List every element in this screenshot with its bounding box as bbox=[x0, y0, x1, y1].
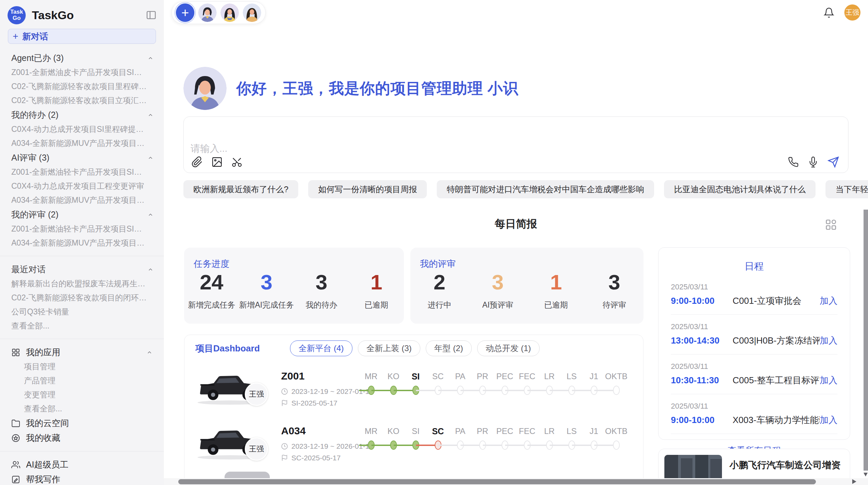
tab-powertrain-dev[interactable]: 动总开发 (1) bbox=[477, 340, 540, 356]
sidebar-item[interactable]: C0X4-动力总成开发项目SI里程碑提交物检查 bbox=[0, 122, 164, 136]
notification-bell-button[interactable] bbox=[821, 7, 836, 18]
horizontal-scrollbar[interactable] bbox=[164, 478, 868, 485]
my-apps-label: 我的应用 bbox=[26, 347, 60, 358]
sidebar-item-recent[interactable]: C02-飞腾新能源轻客改款项目的闭环通告反馈情况 bbox=[0, 291, 164, 305]
milestone-label: SC bbox=[427, 372, 449, 382]
horizontal-scroll-thumb[interactable] bbox=[178, 479, 816, 484]
section-label: 最近对话 bbox=[11, 264, 46, 275]
sidebar-subitem-project-mgmt[interactable]: 项目管理 bbox=[0, 360, 164, 374]
sidebar-section-my-todo[interactable]: 我的待办 (2) bbox=[0, 108, 164, 122]
agent-avatar[interactable] bbox=[243, 3, 261, 22]
attach-image-button[interactable] bbox=[211, 156, 223, 168]
sidebar-item[interactable]: C02-飞腾新能源轻客改款项目里程碑画布 bbox=[0, 79, 164, 94]
stat[interactable]: 24新增完成任务 bbox=[184, 270, 239, 310]
sidebar-section-my-review[interactable]: 我的评审 (2) bbox=[0, 207, 164, 222]
tab-all-new-platform[interactable]: 全新平台 (4) bbox=[290, 340, 352, 356]
stat[interactable]: 2进行中 bbox=[410, 270, 469, 310]
dashboard-header: 项目Dashboard 全新平台 (4) 全新上装 (3) 年型 (2) 动总开… bbox=[195, 340, 540, 356]
sidebar-item-ai-super-staff[interactable]: AI超级员工 bbox=[0, 457, 164, 472]
briefing-layout-button[interactable] bbox=[825, 219, 837, 231]
scroll-right-arrow[interactable] bbox=[852, 479, 856, 484]
sidebar-subitem-view-all[interactable]: 查看全部... bbox=[0, 402, 164, 416]
suggestion-chip[interactable]: 比亚迪全固态电池计划具体说了什么 bbox=[664, 180, 816, 198]
vertical-scrollbar[interactable] bbox=[864, 210, 868, 478]
milestone-label: FEC bbox=[516, 372, 538, 382]
sidebar-item-view-all[interactable]: 查看全部... bbox=[0, 319, 164, 333]
sidebar-item-help-write[interactable]: 帮我写作 bbox=[0, 472, 164, 485]
milestone-dot bbox=[613, 386, 620, 395]
project-row[interactable]: 王强 A034 2023-12-19 ~ 2026-01-19 SC-2025-… bbox=[184, 424, 643, 479]
sidebar-subitem-product-mgmt[interactable]: 产品管理 bbox=[0, 374, 164, 388]
tab-model-year[interactable]: 年型 (2) bbox=[426, 340, 472, 356]
stat-value: 2 bbox=[410, 270, 469, 294]
sidebar-item-cloud-space[interactable]: 我的云空间 bbox=[0, 416, 164, 431]
sidebar-item[interactable]: Z001-全新燃油轻卡产品开发项目SI节点属性5D文件评审 bbox=[0, 222, 164, 236]
sidebar-item[interactable]: C02-飞腾新能源轻客改款项目立项汇报方案 bbox=[0, 94, 164, 108]
schedule-item: 2025/03/11 10:30-11:30 C005-整车工程目标评审 加入 bbox=[671, 362, 837, 386]
sidebar-section-ai-review[interactable]: AI评审 (3) bbox=[0, 150, 164, 165]
clock-icon bbox=[281, 443, 288, 450]
suggestion-chip[interactable]: 特朗普可能对进口汽车增税会对中国车企造成哪些影响 bbox=[437, 180, 654, 198]
stat[interactable]: 1已逾期 bbox=[527, 270, 585, 310]
schedule-time: 13:00-14:30 bbox=[671, 335, 733, 346]
scroll-down-arrow[interactable] bbox=[864, 473, 868, 476]
sidebar-item[interactable]: Z001-全新燃油轻卡产品开发项目SI造型提交物评审 bbox=[0, 165, 164, 179]
stat[interactable]: 3AI预评审 bbox=[469, 270, 527, 310]
sidebar-item[interactable]: A034-全新新能源MUV产品开发项目造型可行性评审 bbox=[0, 236, 164, 250]
sidebar-section-recent-chats[interactable]: 最近对话 bbox=[0, 262, 164, 277]
tab-new-body[interactable]: 全新上装 (3) bbox=[358, 340, 420, 356]
milestone-label: MR bbox=[360, 426, 382, 436]
stat-label: 新增完成任务 bbox=[184, 300, 239, 310]
join-meeting-button[interactable]: 加入 bbox=[820, 335, 837, 347]
new-chat-label: 新对话 bbox=[22, 31, 48, 42]
card-title: 我的评审 bbox=[420, 258, 456, 270]
schedule-item: 2025/03/11 13:00-14:30 C003|H0B-方案冻结评审 加… bbox=[671, 322, 837, 347]
stat[interactable]: 1已逾期 bbox=[349, 270, 404, 310]
user-name: 王强 bbox=[846, 8, 859, 17]
attach-file-button[interactable] bbox=[191, 156, 203, 168]
sidebar-subitem-change-mgmt[interactable]: 变更管理 bbox=[0, 388, 164, 402]
sidebar-item[interactable]: A034-全新新能源MUV产品开发项目计划变更表编写 bbox=[0, 136, 164, 150]
send-button[interactable] bbox=[828, 156, 839, 168]
chat-input[interactable] bbox=[184, 117, 671, 180]
owner-name: 王强 bbox=[249, 444, 264, 454]
suggestion-chip[interactable]: 欧洲新规最近颁布了什么? bbox=[183, 180, 298, 198]
chevron-up-icon bbox=[147, 112, 154, 118]
user-avatar[interactable]: 王强 bbox=[844, 4, 860, 21]
vertical-scroll-thumb[interactable] bbox=[864, 210, 868, 471]
dashboard-title: 项目Dashboard bbox=[195, 343, 260, 355]
agent-avatar[interactable] bbox=[220, 3, 239, 22]
voice-call-button[interactable] bbox=[788, 157, 799, 167]
join-meeting-button[interactable]: 加入 bbox=[820, 414, 837, 426]
sidebar-item[interactable]: C0X4-动力总成开发项目工程变更评审 bbox=[0, 179, 164, 193]
suggestion-chip[interactable]: 如何写一份清晰的项目周报 bbox=[308, 180, 427, 198]
card-title: 任务进度 bbox=[194, 258, 229, 270]
grid-layout-icon bbox=[825, 219, 837, 231]
agent-avatar[interactable] bbox=[198, 3, 217, 22]
section-label: 我的待办 (2) bbox=[11, 109, 59, 121]
sidebar-collapse-button[interactable] bbox=[145, 10, 157, 21]
sidebar-item-recent[interactable]: 解释最新出台的欧盟报废车法规再生塑料比例被调至15%... bbox=[0, 277, 164, 291]
stat[interactable]: 3待评审 bbox=[585, 270, 643, 310]
milestone-label: PA bbox=[449, 372, 471, 382]
sidebar-item[interactable]: A034-全新新能源MUV产品开发项目法规符合性评审 bbox=[0, 193, 164, 207]
schedule-row: 9:00-10:00 X003-车辆动力学性能验... 加入 bbox=[671, 414, 837, 426]
suggestion-chip[interactable]: 当下年轻人对汽车外观有怎样的喜好趋势 bbox=[825, 180, 868, 198]
sidebar-item[interactable]: Z001-全新燃油皮卡产品开发项目SI节点Lesson Learn报告 bbox=[0, 65, 164, 79]
project-row[interactable]: 王强 Z001 2023-12-19 ~ 2027-01-19 SI-2025-… bbox=[184, 370, 643, 424]
stat-value: 24 bbox=[184, 270, 239, 294]
new-chat-button[interactable]: + 新对话 bbox=[8, 29, 156, 44]
stat[interactable]: 3我的待办 bbox=[294, 270, 349, 310]
stat[interactable]: 3新增AI完成任务 bbox=[239, 270, 294, 310]
microphone-button[interactable] bbox=[808, 157, 819, 167]
sidebar-item-favorites[interactable]: 我的收藏 bbox=[0, 431, 164, 445]
schedule-name: C005-整车工程目标评审 bbox=[733, 374, 820, 386]
screenshot-button[interactable] bbox=[231, 156, 243, 168]
assistant-greeting: 你好，王强，我是你的项目管理助理 小识 bbox=[183, 67, 518, 110]
join-meeting-button[interactable]: 加入 bbox=[820, 374, 837, 386]
sidebar-item-recent[interactable]: 公司Q3轻卡销量 bbox=[0, 305, 164, 319]
sidebar-section-agent-done[interactable]: Agent已办 (3) bbox=[0, 51, 164, 65]
join-meeting-button[interactable]: 加入 bbox=[820, 295, 837, 307]
sidebar-item-my-apps[interactable]: 我的应用 bbox=[0, 345, 164, 360]
add-agent-button[interactable]: + bbox=[176, 3, 194, 22]
